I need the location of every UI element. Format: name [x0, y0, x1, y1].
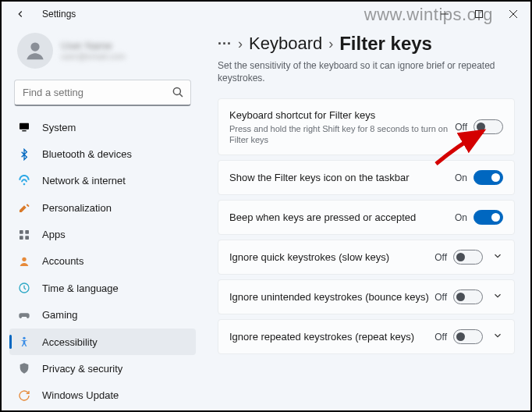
maximize-button[interactable]: [462, 2, 496, 27]
sidebar-item-privacy[interactable]: Privacy & security: [9, 355, 196, 382]
sidebar-item-system[interactable]: System: [9, 114, 196, 140]
network-icon: [17, 174, 31, 188]
setting-card: Show the Filter keys icon on the taskbar…: [218, 160, 515, 195]
chevron-right-icon: ›: [328, 36, 333, 52]
personalization-icon: [17, 201, 31, 215]
setting-title: Keyboard shortcut for Filter keys: [229, 108, 455, 122]
svg-point-4: [30, 42, 39, 51]
toggle-switch[interactable]: [473, 119, 503, 134]
toggle-switch[interactable]: [453, 329, 483, 344]
content-area: ··· › Keyboard › Filter keys Set the sen…: [200, 27, 530, 409]
breadcrumb-ellipsis[interactable]: ···: [218, 37, 232, 51]
chevron-down-icon[interactable]: [492, 290, 503, 304]
minimize-button[interactable]: [427, 2, 462, 27]
sidebar-item-label: Gaming: [42, 309, 78, 321]
svg-rect-11: [20, 236, 23, 240]
toggle-switch[interactable]: [473, 210, 503, 225]
setting-title: Ignore unintended keystrokes (bounce key…: [229, 290, 434, 304]
setting-subtitle: Press and hold the right Shift key for 8…: [229, 123, 455, 145]
time-icon: [17, 281, 31, 295]
toggle-switch[interactable]: [453, 250, 483, 265]
toggle-state-label: Off: [434, 292, 447, 303]
avatar: [17, 33, 53, 69]
svg-rect-12: [25, 236, 29, 240]
sidebar-item-bluetooth[interactable]: Bluetooth & devices: [9, 140, 196, 167]
sidebar-item-label: Windows Update: [42, 389, 119, 401]
chevron-down-icon[interactable]: [492, 250, 503, 265]
setting-card: Keyboard shortcut for Filter keysPress a…: [218, 98, 515, 155]
setting-title: Ignore repeated keystrokes (repeat keys): [229, 330, 434, 343]
bluetooth-icon: [17, 147, 31, 162]
setting-title: Beep when keys are pressed or accepted: [229, 211, 455, 224]
accessibility-icon: [17, 335, 31, 349]
sidebar-item-label: Network & internet: [42, 175, 126, 186]
sidebar-item-label: Privacy & security: [42, 363, 122, 375]
svg-rect-7: [20, 123, 29, 130]
nav-list: System Bluetooth & devices Network & int…: [9, 114, 196, 409]
setting-card: Ignore unintended keystrokes (bounce key…: [218, 279, 515, 314]
setting-title: Show the Filter keys icon on the taskbar: [229, 171, 455, 184]
setting-card: Ignore repeated keystrokes (repeat keys)…: [218, 319, 515, 354]
sidebar-item-label: Personalization: [42, 202, 112, 214]
back-button[interactable]: [11, 5, 30, 23]
search-icon: [171, 85, 185, 102]
sidebar-item-label: Accounts: [42, 255, 83, 267]
toggle-state-label: Off: [434, 332, 447, 343]
sidebar-item-apps[interactable]: Apps: [9, 221, 196, 247]
close-button[interactable]: [496, 2, 530, 27]
sidebar-item-label: Bluetooth & devices: [42, 148, 132, 160]
user-email: user@email.com: [61, 52, 126, 61]
sidebar-item-accounts[interactable]: Accounts: [9, 248, 196, 275]
gaming-icon: [17, 308, 31, 322]
sidebar-item-gaming[interactable]: Gaming: [9, 302, 196, 329]
apps-icon: [17, 228, 31, 242]
system-icon: [17, 120, 31, 134]
toggle-switch[interactable]: [473, 170, 503, 185]
svg-rect-9: [20, 230, 23, 234]
sidebar-item-label: Apps: [42, 229, 66, 240]
setting-card: Ignore quick keystrokes (slow keys)Off: [218, 240, 515, 275]
svg-line-6: [179, 94, 183, 97]
window-title: Settings: [42, 9, 76, 20]
chevron-down-icon[interactable]: [492, 330, 503, 344]
toggle-state-label: On: [455, 172, 467, 183]
chevron-right-icon: ›: [238, 36, 243, 52]
sidebar-item-time[interactable]: Time & language: [9, 275, 196, 301]
titlebar: Settings: [2, 2, 530, 27]
sidebar: User Name user@email.com System Bluetoot…: [2, 27, 200, 409]
svg-point-13: [22, 258, 26, 261]
page-description: Set the sensitivity of the keyboard so i…: [218, 59, 506, 84]
svg-point-5: [173, 87, 180, 94]
svg-rect-1: [476, 11, 483, 18]
accounts-icon: [17, 254, 31, 268]
sidebar-item-personalization[interactable]: Personalization: [9, 194, 196, 221]
svg-rect-8: [22, 130, 26, 131]
toggle-state-label: Off: [455, 122, 467, 133]
setting-card: Beep when keys are pressed or acceptedOn: [218, 200, 515, 235]
breadcrumb-current: Filter keys: [339, 33, 432, 55]
sidebar-item-label: System: [42, 122, 76, 133]
user-name: User Name: [61, 41, 126, 52]
svg-rect-10: [25, 230, 29, 234]
user-profile[interactable]: User Name user@email.com: [9, 30, 196, 76]
sidebar-item-network[interactable]: Network & internet: [9, 168, 196, 194]
toggle-state-label: On: [455, 212, 467, 223]
user-info: User Name user@email.com: [61, 41, 126, 61]
sidebar-item-accessibility[interactable]: Accessibility: [9, 329, 196, 355]
privacy-icon: [17, 361, 31, 375]
sidebar-item-label: Time & language: [42, 282, 119, 294]
update-icon: [17, 389, 31, 403]
sidebar-item-label: Accessibility: [42, 336, 98, 348]
toggle-state-label: Off: [434, 252, 447, 263]
search-input[interactable]: [14, 80, 191, 106]
toggle-switch[interactable]: [453, 289, 483, 304]
setting-title: Ignore quick keystrokes (slow keys): [229, 250, 434, 264]
sidebar-item-update[interactable]: Windows Update: [9, 382, 196, 409]
svg-point-15: [23, 337, 25, 339]
breadcrumb-parent[interactable]: Keyboard: [249, 34, 322, 54]
breadcrumb: ··· › Keyboard › Filter keys: [218, 33, 515, 55]
